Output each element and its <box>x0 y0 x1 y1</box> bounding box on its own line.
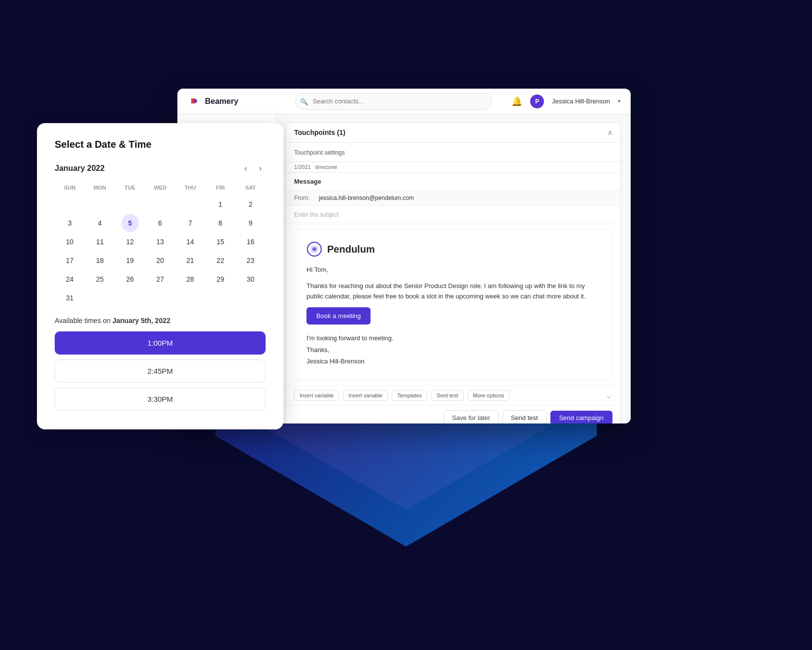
calendar-day[interactable]: 2 <box>241 195 259 213</box>
calendar-day[interactable]: 29 <box>211 270 229 288</box>
email-preview: Pendulum Hi Tom, Thanks for reaching out… <box>294 229 612 380</box>
logo-label: Beamery <box>205 97 238 106</box>
date-row: 1/2021 timezone <box>286 162 621 173</box>
calendar-day[interactable]: 11 <box>91 233 109 251</box>
notification-icon[interactable]: 🔔 <box>511 96 522 107</box>
search-bar: 🔍 <box>295 93 492 110</box>
available-date: January 5th, 2022 <box>112 317 170 325</box>
timezone-label: timezone <box>315 164 338 170</box>
save-for-later-button[interactable]: Save for later <box>443 410 498 423</box>
calendar-day[interactable]: 27 <box>151 270 169 288</box>
more-options-button[interactable]: More options <box>468 390 510 401</box>
touchpoints-settings-row: Touchpoint settings <box>286 143 621 162</box>
email-signature: Jessica Hill-Brenson <box>306 356 600 367</box>
calendar-day[interactable]: 3 <box>61 214 79 232</box>
main-content: Touchpoints (1) ∧ Touchpoint settings 1/… <box>276 114 631 423</box>
date-value: 1/2021 <box>294 164 311 170</box>
calendar-day[interactable]: 14 <box>181 233 199 251</box>
message-panel: Message From: jessica.hill-brenson@pende… <box>286 172 621 423</box>
calendar-day[interactable]: 18 <box>91 252 109 269</box>
pendulum-logo-icon <box>306 241 322 257</box>
calendar-day[interactable]: 10 <box>61 233 79 251</box>
calendar-day[interactable]: 1 <box>211 195 229 213</box>
calendar-day-empty <box>151 289 169 307</box>
calendar-day[interactable]: 21 <box>181 252 199 269</box>
insert-variable-button-2[interactable]: Insert variable <box>343 390 388 401</box>
calendar-day[interactable]: 30 <box>241 270 259 288</box>
action-row: Save for later Send test Send campaign <box>286 405 620 423</box>
calendar-day-empty <box>91 289 109 307</box>
weekday-wed: WED <box>145 183 175 193</box>
calendar-day[interactable]: 9 <box>241 214 259 232</box>
calendar-day[interactable]: 7 <box>181 214 199 232</box>
calendar-day[interactable]: 8 <box>211 214 229 232</box>
month-nav-buttons: ‹ › <box>240 162 266 175</box>
calendar-day[interactable]: 24 <box>61 270 79 288</box>
time-slot-100pm[interactable]: 1:00PM <box>55 331 266 355</box>
topbar-right: 🔔 P Jessica Hill-Brenson ▾ <box>511 95 621 108</box>
month-label: January 2022 <box>55 164 104 173</box>
calendar-day[interactable]: 4 <box>91 214 109 232</box>
time-slot-330pm[interactable]: 3:30PM <box>55 388 266 411</box>
touchpoints-settings-label: Touchpoint settings <box>294 149 345 156</box>
search-input[interactable] <box>295 93 492 110</box>
calendar-day[interactable]: 16 <box>241 233 259 251</box>
calendar-day[interactable]: 31 <box>61 289 79 307</box>
weekday-mon: MON <box>85 183 115 193</box>
subject-row[interactable]: Enter the subject <box>286 206 620 223</box>
calendar-day-empty <box>91 195 109 213</box>
templates-button[interactable]: Templates <box>392 390 427 401</box>
calendar-day[interactable]: 19 <box>121 252 139 269</box>
beamery-logo-icon <box>187 95 201 108</box>
datepicker-title: Select a Date & Time <box>55 139 266 150</box>
user-name: Jessica Hill-Brenson <box>552 98 610 105</box>
weekday-thu: THU <box>175 183 205 193</box>
time-slots-container: 1:00PM2:45PM3:30PM <box>55 331 266 411</box>
calendar-day-empty <box>61 195 79 213</box>
expand-icon[interactable]: ⌄ <box>605 390 612 401</box>
email-thanks: Thanks, <box>306 344 600 356</box>
sent-test-toolbar-button[interactable]: Sent test <box>431 390 463 401</box>
calendar-day[interactable]: 5 <box>121 214 139 232</box>
prev-month-button[interactable]: ‹ <box>240 162 251 175</box>
email-greeting: Hi Tom, <box>306 265 600 275</box>
calendar-day[interactable]: 15 <box>211 233 229 251</box>
from-row: From: jessica.hill-brenson@pendelum.com <box>286 191 620 206</box>
from-label: From: <box>294 195 319 201</box>
weekday-sat: SAT <box>236 183 266 193</box>
book-meeting-button[interactable]: Book a meeting <box>306 307 371 325</box>
insert-variable-button-1[interactable]: Insert variable <box>294 390 339 401</box>
calendar-day-empty <box>181 289 199 307</box>
calendar-day[interactable]: 13 <box>151 233 169 251</box>
calendar-day-empty <box>181 195 199 213</box>
collapse-icon[interactable]: ∧ <box>608 129 612 136</box>
calendar-day[interactable]: 6 <box>151 214 169 232</box>
calendar-days: 1234567891011121314151617181920212223242… <box>55 195 266 307</box>
calendar-day[interactable]: 22 <box>211 252 229 269</box>
time-slot-245pm[interactable]: 2:45PM <box>55 359 266 383</box>
svg-point-4 <box>312 247 316 251</box>
calendar-day[interactable]: 28 <box>181 270 199 288</box>
calendar-day[interactable]: 20 <box>151 252 169 269</box>
chevron-down-icon[interactable]: ▾ <box>618 98 621 104</box>
send-campaign-button[interactable]: Send campaign <box>550 411 612 423</box>
calendar-day-empty <box>121 195 139 213</box>
email-body: Thanks for reaching out about the Senior… <box>306 281 600 302</box>
email-closing: I'm looking forward to meeting. Thanks, … <box>306 332 600 367</box>
calendar-day[interactable]: 17 <box>61 252 79 269</box>
next-month-button[interactable]: › <box>255 162 266 175</box>
send-test-button[interactable]: Send test <box>503 410 546 423</box>
calendar-day[interactable]: 12 <box>121 233 139 251</box>
month-nav: January 2022 ‹ › <box>55 162 266 175</box>
weekday-sun: SUN <box>55 183 85 193</box>
weekday-tue: TUE <box>115 183 145 193</box>
user-avatar: P <box>530 95 544 108</box>
calendar-day[interactable]: 23 <box>241 252 259 269</box>
calendar-day-empty <box>241 289 259 307</box>
email-brand: Pendulum <box>306 241 600 257</box>
datepicker-card: Select a Date & Time January 2022 ‹ › SU… <box>37 123 283 429</box>
calendar-day[interactable]: 25 <box>91 270 109 288</box>
from-email: jessica.hill-brenson@pendelum.com <box>319 195 414 201</box>
calendar-day-empty <box>151 195 169 213</box>
calendar-day[interactable]: 26 <box>121 270 139 288</box>
